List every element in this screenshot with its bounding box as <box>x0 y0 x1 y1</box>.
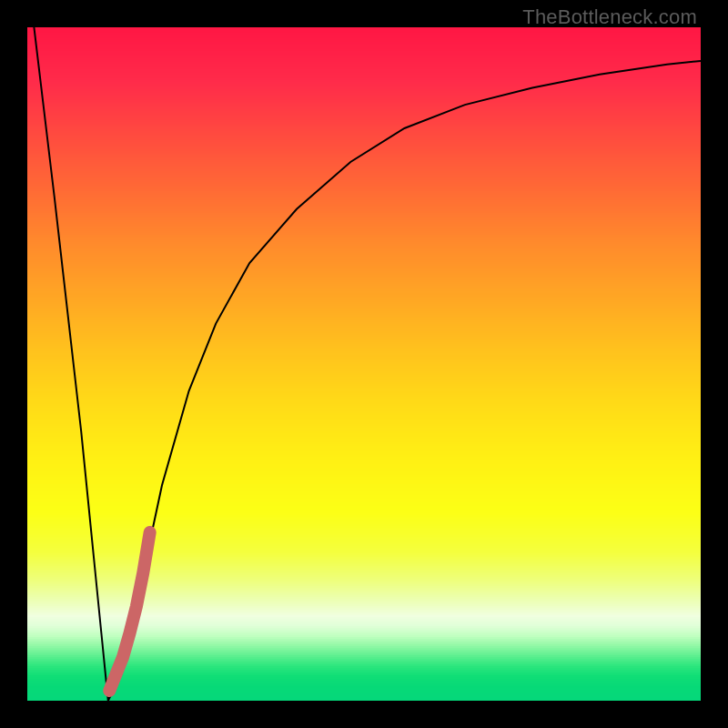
highlight-segment <box>109 532 149 691</box>
curve-overlay <box>27 27 701 701</box>
chart-frame: TheBottleneck.com <box>0 0 728 728</box>
plot-area <box>27 27 701 701</box>
watermark-text: TheBottleneck.com <box>522 5 697 29</box>
